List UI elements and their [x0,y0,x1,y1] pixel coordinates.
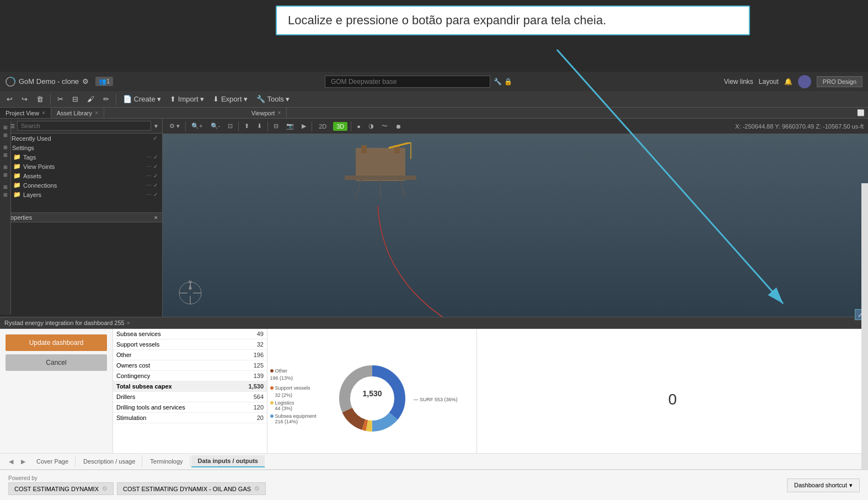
badge-2-label: COST ESTIMATING DYNAMIX - OIL AND GAS [123,486,251,492]
dashboard-tabbar: Rystad energy integration for dashboard … [0,317,868,329]
legend-dot-support [270,386,274,390]
badge-1-icon[interactable]: ⚙ [102,485,108,492]
asset-library-tab[interactable]: Asset Library × [51,108,104,118]
import-button[interactable]: ⬆ Import ▾ [168,94,206,104]
copy-button[interactable]: ⊟ [70,94,81,104]
folder-icon-vp: 📁 [13,163,21,170]
badge-1-label: COST ESTIMATING DYNAMIX [14,486,99,492]
half-sphere-btn[interactable]: ◑ [366,121,376,131]
pro-design-button[interactable]: PRO Design [817,76,862,87]
link-icon-3[interactable]: ⊞ [3,145,8,150]
tab-cover-page[interactable]: Cover Page [30,456,76,467]
fit-btn[interactable]: ⊡ [226,121,235,131]
export-button[interactable]: ⬇ Export ▾ [211,94,250,104]
dropdown-icon: ▾ [849,482,853,489]
legend-support: Support vessels [270,385,317,391]
maximize-viewport-icon[interactable]: ⬜ [854,109,868,116]
link-icon-8[interactable]: ⊞ [3,192,8,198]
settings-item[interactable]: ⚙ Settings [0,143,162,152]
dashboard-tab-close[interactable]: × [127,320,130,326]
viewport-tab[interactable]: Viewport × [246,108,287,118]
separator-2 [116,94,116,105]
badge-1[interactable]: COST ESTIMATING DYNAMIX ⚙ [8,482,114,495]
link-icon-7[interactable]: ⊞ [3,184,8,190]
legend-other: Other [270,368,317,374]
play-btn[interactable]: ▶ [299,121,308,131]
right-scrollbar[interactable] [861,183,868,470]
badge-2-icon[interactable]: ⚙ [254,485,260,492]
connections-item[interactable]: ▶ 📁 Connections ⋯ ✓ [0,180,162,190]
legend-logistics: Logistics [270,400,317,406]
donut-svg: 1,530 [336,363,408,434]
tab-description[interactable]: Description / usage [77,456,142,467]
update-dashboard-button[interactable]: Update dashboard [6,334,107,351]
paint-button[interactable]: 🖌 [85,94,97,104]
settings-icon[interactable]: ⚙ [82,77,89,86]
dashboard-shortcut-button[interactable]: Dashboard shortcut ▾ [787,478,860,492]
users-button[interactable]: 👥1 [95,77,113,86]
create-button[interactable]: 📄 Create ▾ [121,94,163,104]
folder-icon-tags: 📁 [13,153,21,161]
left-panel: ⊞ ☰ ▼ ↻ Recently Used ✓ ⚙ Settings ▶ 📁 T… [0,119,163,212]
redo-button[interactable]: ↪ [19,94,30,104]
tags-item[interactable]: ▶ 📁 Tags ⋯ ✓ [0,152,162,162]
tab-terminology[interactable]: Terminology [143,456,190,467]
cancel-button[interactable]: Cancel [6,354,107,371]
properties-close-icon[interactable]: × [154,214,158,221]
2d-btn[interactable]: 2D [315,122,330,131]
dashboard-shortcut-label: Dashboard shortcut [794,482,847,488]
badge-2[interactable]: COST ESTIMATING DYNAMIX - OIL AND GAS ⚙ [117,482,266,495]
dashboard-content: Update dashboard Cancel Subsea services4… [0,329,868,470]
prev-page-btn[interactable]: ◀ [6,456,17,467]
table-row: Owners cost125 [113,360,267,371]
camera-btn[interactable]: 📷 [284,121,296,131]
next-page-btn[interactable]: ▶ [18,456,29,467]
cut-button[interactable]: ✂ [55,94,66,104]
wave-btn[interactable]: 〜 [379,121,390,131]
chart-legend-left: Other 196 (13%) Support vessels 32 (2%) … [270,368,317,424]
tab-data-inputs[interactable]: Data inputs / outputs [191,455,265,467]
assets-extra-icons[interactable]: ⋯ ✓ [146,173,158,179]
legend-surf: — SURF 553 (36%) [413,397,457,402]
layers-item[interactable]: ▶ 📁 Layers ⋯ ✓ [0,190,162,199]
delete-button[interactable]: 🗑 [34,94,46,104]
dashboard-chart: Other 196 (13%) Support vessels 32 (2%) … [267,329,477,470]
conn-extra-icons[interactable]: ⋯ ✓ [146,182,158,188]
zoom-in-btn[interactable]: 🔍+ [189,121,205,131]
undo-button[interactable]: ↩ [4,94,15,104]
main-search-input[interactable] [325,76,490,88]
svg-line-1 [557,50,783,304]
viewport-settings-btn[interactable]: ⚙ ▾ [167,121,182,131]
powered-by-section: Powered by COST ESTIMATING DYNAMIX ⚙ COS… [8,475,266,495]
pencil-button[interactable]: ✏ [101,94,111,104]
zoom-out-btn[interactable]: 🔍- [208,121,223,131]
view-points-item[interactable]: ▶ 📁 View Points ⋯ ✓ [0,162,162,171]
tags-extra-icons[interactable]: ⋯ ✓ [146,154,158,160]
move-down-btn[interactable]: ⬇ [255,121,264,131]
legend-dot-other [270,369,274,373]
move-up-btn[interactable]: ⬆ [242,121,251,131]
svg-point-26 [353,379,392,418]
project-view-tab[interactable]: Project View × [0,108,51,118]
recently-used-item[interactable]: ↻ Recently Used ✓ [0,134,162,143]
link-icon-5[interactable]: ⊞ [3,164,8,170]
3d-btn[interactable]: 3D [333,122,347,131]
table-row: Stimulation20 [113,413,267,423]
lock-icon[interactable]: 🔒 [504,78,512,86]
assets-item[interactable]: ▶ 📁 Assets ⋯ ✓ [0,171,162,180]
panel-search-input[interactable] [17,121,151,131]
layers-extra-icons[interactable]: ⋯ ✓ [146,192,158,198]
link-icon-4[interactable]: ⊞ [3,152,8,158]
layers-btn[interactable]: ⊟ [271,121,281,131]
record-btn[interactable]: ⏺ [393,122,404,131]
link-icon-2[interactable]: ⊞ [3,132,8,138]
tools-button[interactable]: 🔧 Tools ▾ [254,94,292,104]
link-icon-6[interactable]: ⊞ [3,172,8,178]
wrench-icon[interactable]: 🔧 [494,78,502,86]
compass: N [176,279,204,310]
user-avatar [798,75,811,88]
filter-icon[interactable]: ▼ [153,123,159,129]
link-icon-1[interactable]: ⊞ [3,125,8,130]
vp-extra-icons[interactable]: ⋯ ✓ [146,163,158,169]
sphere-btn[interactable]: ● [355,122,363,131]
